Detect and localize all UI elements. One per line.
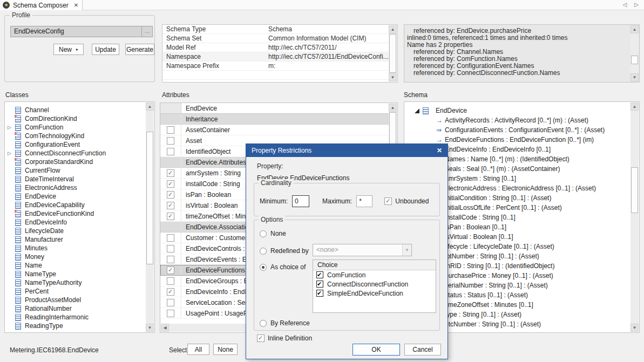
attribute-checkbox[interactable] bbox=[167, 213, 174, 220]
scrollbar-thumb[interactable] bbox=[631, 167, 638, 213]
property-grid-row[interactable]: Schema Set Common Information Model (CIM… bbox=[162, 34, 389, 43]
scroll-up-icon[interactable]: ▲ bbox=[146, 103, 154, 111]
choice-item[interactable]: ComFunction bbox=[313, 270, 436, 279]
tab-scroll-right-icon[interactable]: ▷ bbox=[634, 2, 639, 8]
attribute-checkbox[interactable] bbox=[167, 137, 174, 145]
info-scrollbar[interactable]: ▲ ▼ bbox=[631, 25, 639, 81]
schema-root-node[interactable]: EndDevice bbox=[404, 106, 630, 115]
class-list-item[interactable]: ▷ RationalNumber bbox=[5, 304, 145, 313]
class-list-item[interactable]: ▷ CorporateStandardKind bbox=[5, 158, 145, 166]
attribute-checkbox[interactable] bbox=[167, 245, 174, 252]
expand-arrow-icon[interactable]: ▷ bbox=[8, 125, 15, 130]
property-grid-row[interactable] bbox=[162, 71, 389, 80]
collapse-arrow-icon[interactable] bbox=[415, 108, 419, 113]
scroll-up-icon[interactable]: ▲ bbox=[389, 25, 397, 33]
as-choice-of-radio[interactable] bbox=[260, 264, 267, 271]
class-list-item[interactable]: ▷ EndDeviceCapability bbox=[5, 201, 145, 209]
choice-item[interactable]: SimpleEndDeviceFunction bbox=[313, 289, 436, 298]
class-list-item[interactable]: ▷ LifecycleDate bbox=[5, 227, 145, 235]
profile-browse-button[interactable]: ... bbox=[142, 26, 153, 37]
inline-definition-checkbox[interactable] bbox=[257, 334, 265, 342]
scrollbar-thumb[interactable] bbox=[631, 56, 638, 64]
minimum-input[interactable]: 0 bbox=[292, 195, 309, 207]
update-button[interactable]: Update bbox=[92, 44, 119, 55]
close-icon[interactable]: ✕ bbox=[437, 147, 442, 154]
attribute-checkbox[interactable] bbox=[167, 310, 174, 317]
class-list-item[interactable]: ▷ ProductAssetModel bbox=[5, 296, 145, 304]
attribute-checkbox[interactable] bbox=[167, 288, 174, 296]
by-reference-radio[interactable] bbox=[260, 320, 267, 327]
class-list-item[interactable]: ▷ Minutes bbox=[5, 244, 145, 252]
attribute-checkbox[interactable] bbox=[167, 191, 174, 199]
class-list-item[interactable]: ▷ ComDirectionKind bbox=[5, 114, 145, 123]
attribute-checkbox[interactable] bbox=[167, 169, 174, 177]
none-radio[interactable] bbox=[260, 230, 267, 237]
chevron-down-icon[interactable]: ▼ bbox=[402, 244, 411, 256]
new-button[interactable]: New ▸ bbox=[53, 44, 84, 55]
attribute-checkbox[interactable] bbox=[167, 234, 174, 242]
scroll-up-icon[interactable]: ▲ bbox=[631, 25, 639, 33]
attribute-checkbox[interactable] bbox=[167, 267, 174, 274]
cancel-button[interactable]: Cancel bbox=[404, 344, 441, 356]
dialog-title-bar[interactable]: Property Restrictions ✕ bbox=[246, 144, 448, 157]
class-list-item[interactable]: ▷ PerCent bbox=[5, 287, 145, 296]
class-list-item[interactable]: ▷ Name bbox=[5, 261, 145, 270]
class-list-item[interactable]: ▷ ElectronicAddress bbox=[5, 183, 145, 192]
property-grid-row[interactable]: Model Ref http://iec.ch/TC57/2011/ bbox=[162, 43, 389, 52]
class-list-item[interactable]: ▷ Money bbox=[5, 252, 145, 261]
schema-scrollbar[interactable]: ▲ ▼ bbox=[631, 103, 639, 332]
expand-arrow-icon[interactable]: ▷ bbox=[8, 151, 15, 156]
class-list-item[interactable]: ▷ Manufacturer bbox=[5, 235, 145, 244]
class-list-item[interactable]: ▷ EndDeviceFunctionKind bbox=[5, 209, 145, 218]
class-list-item[interactable]: ▷ NameType bbox=[5, 270, 145, 278]
schema-property-node[interactable]: ⇒ ConfigurationEvents : ConfigurationEve… bbox=[404, 125, 630, 135]
scroll-down-icon[interactable]: ▼ bbox=[631, 324, 639, 332]
class-list-item[interactable]: ▷ ConfigurationEvent bbox=[5, 140, 145, 149]
redefined-by-dropdown[interactable]: <none> ▼ bbox=[313, 244, 412, 256]
property-grid-row[interactable]: Namespace http://iec.ch/TC57/2011/EndDev… bbox=[162, 52, 389, 62]
profile-name-field[interactable]: EndDeviceConfig bbox=[10, 26, 142, 37]
attribute-checkbox[interactable] bbox=[167, 126, 174, 134]
attribute-checkbox[interactable] bbox=[167, 148, 174, 155]
maximum-input[interactable]: * bbox=[356, 195, 372, 207]
choice-checkbox[interactable] bbox=[316, 290, 323, 297]
scroll-up-icon[interactable]: ▲ bbox=[389, 104, 397, 112]
class-list-item[interactable]: ▷ ComTechnologyKind bbox=[5, 132, 145, 140]
attribute-checkbox[interactable] bbox=[167, 256, 174, 263]
classes-scrollbar[interactable]: ▲ ▼ bbox=[146, 103, 154, 332]
property-grid-scrollbar[interactable]: ▲ ▼ bbox=[389, 25, 397, 81]
tab-scroll-left-icon[interactable]: ◁ bbox=[623, 2, 627, 8]
class-list-item[interactable]: ▷ EndDeviceInfo bbox=[5, 218, 145, 227]
scroll-down-icon[interactable]: ▼ bbox=[146, 324, 154, 332]
class-list-item[interactable]: ▷ Channel bbox=[5, 106, 145, 114]
class-list-item[interactable]: ▷ ConnectDisconnectFunction bbox=[5, 149, 145, 158]
attribute-checkbox[interactable] bbox=[167, 202, 174, 209]
unbounded-checkbox[interactable] bbox=[384, 197, 392, 205]
ok-button[interactable]: OK bbox=[352, 344, 400, 356]
property-grid-row[interactable]: Namespace Prefix m: bbox=[162, 62, 389, 71]
scroll-up-icon[interactable]: ▲ bbox=[631, 103, 639, 111]
generate-button[interactable]: Generate bbox=[125, 44, 154, 55]
class-list-item[interactable]: ▷ ComFunction bbox=[5, 123, 145, 132]
select-none-button[interactable]: None bbox=[213, 344, 238, 355]
class-list-item[interactable]: ▷ NameTypeAuthority bbox=[5, 278, 145, 287]
redefined-by-radio[interactable] bbox=[260, 248, 267, 255]
scroll-down-icon[interactable]: ▼ bbox=[631, 73, 639, 81]
scroll-left-icon[interactable]: ◀ bbox=[161, 324, 169, 332]
scroll-down-icon[interactable]: ▼ bbox=[389, 73, 397, 81]
schema-property-node[interactable]: → ActivityRecords : ActivityRecord [0..*… bbox=[404, 115, 630, 125]
scrollbar-thumb[interactable] bbox=[146, 132, 153, 264]
class-list-item[interactable]: ▷ CurrentFlow bbox=[5, 166, 145, 175]
class-list-item[interactable]: ▷ EndDevice bbox=[5, 192, 145, 201]
choice-checkbox[interactable] bbox=[316, 271, 323, 278]
class-list-item[interactable]: ▷ DateTimeInterval bbox=[5, 175, 145, 183]
class-list-item[interactable]: ▷ ReadingType bbox=[5, 322, 145, 330]
tab-close-icon[interactable]: ✕ bbox=[74, 2, 78, 8]
attribute-row[interactable]: Inheritance bbox=[160, 114, 389, 125]
property-grid-row[interactable]: Schema Type Schema bbox=[162, 25, 389, 34]
choice-checkbox[interactable] bbox=[316, 281, 323, 288]
scrollbar-thumb[interactable] bbox=[389, 34, 396, 73]
select-all-button[interactable]: All bbox=[187, 344, 209, 355]
choice-item[interactable]: ConnectDisconnectFunction bbox=[313, 279, 436, 289]
attribute-checkbox[interactable] bbox=[167, 180, 174, 188]
